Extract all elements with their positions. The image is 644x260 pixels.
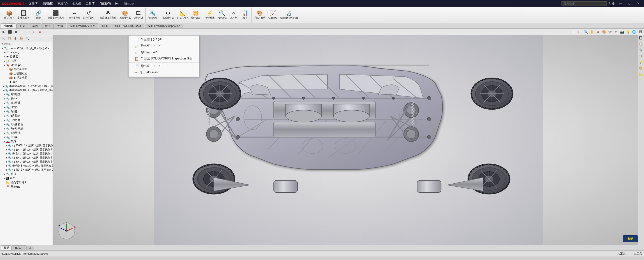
rsb-btn-7[interactable]: 📐: [638, 72, 643, 77]
tree-item-markups[interactable]: ▶ 🔖 Markups: [0, 63, 53, 67]
view-zoom-btn[interactable]: 🔍: [583, 29, 589, 35]
tree-item-right-plane[interactable]: 📦 右视基准面: [0, 76, 53, 80]
tree-item-shell[interactable]: ▶ 🔩 (f) 壳1<1> (默认) <<默认_显示状态 1>: [0, 164, 53, 168]
tree-item-frame[interactable]: ▶ 🔩 (f) 概金车架<1> ->? (默认) <<默认_显示状态 1: [0, 88, 53, 92]
clearance-btn[interactable]: 🔍 间隙验证: [216, 9, 228, 22]
tree-item-6[interactable]: ▶ 🔩 6后底盘: [0, 118, 53, 122]
camera-btn[interactable]: 📷: [619, 29, 625, 35]
rsb-btn-5[interactable]: 💡: [638, 59, 643, 64]
viewport[interactable]: X Y Z 🔲 📋 🔍 ⬡ 💡 🎨 📐 模吧: [53, 35, 644, 245]
linear-pattern-btn[interactable]: ⬛ 线性零部件阵列: [46, 9, 65, 22]
menu-export-excel[interactable]: 📊 导出至 Excel: [129, 49, 199, 55]
tab-layout[interactable]: 布局: [16, 23, 28, 28]
tree-item-7b[interactable]: ▶ 🔩 7传动系统: [0, 126, 53, 131]
tree-item-4[interactable]: ▶ 🔩 4前轮: [0, 109, 53, 114]
rsb-btn-6[interactable]: 🎨: [638, 66, 643, 71]
minimize-button[interactable]: —: [617, 1, 625, 6]
rsb-btn-4[interactable]: ⬡: [638, 53, 643, 58]
sec-btn-7[interactable]: ●: [37, 29, 43, 35]
tree-root[interactable]: ▼ 🔧 Rimac (默认) <默认_显示状态-1>: [0, 46, 53, 50]
rotate-comp-btn[interactable]: ↺ 旋转零部件: [82, 9, 96, 22]
tree-item-5[interactable]: ▶ 🔩 5齿轮箱: [0, 114, 53, 118]
bottom-tab-model[interactable]: 模型: [1, 245, 12, 250]
tree-filter[interactable]: 🔍: [25, 36, 30, 41]
tree-item-1[interactable]: ▶ 🔩 1前底盘: [0, 92, 53, 96]
sec-btn-4[interactable]: □: [19, 29, 25, 35]
tree-item-left1[interactable]: ▶ 🔩 (-) 左<1> (默认) <<默认_显示状态 1>: [0, 156, 53, 160]
menu-edit[interactable]: 编辑(E): [41, 1, 55, 6]
tab-sketch[interactable]: 草图: [29, 23, 41, 28]
new-assembly-btn[interactable]: 🔲 新建装配体: [16, 9, 31, 22]
customize-label[interactable]: 自定义: [634, 252, 642, 255]
hole-align-btn[interactable]: ○ 孔对齐: [228, 9, 239, 22]
asm-visual-btn[interactable]: 🎨 装配体直观: [253, 9, 267, 22]
view-previous-btn[interactable]: ⟵: [577, 29, 583, 35]
sec-btn-5[interactable]: ⬡: [25, 29, 31, 35]
search-input[interactable]: [561, 1, 607, 6]
tree-item-front-plane[interactable]: 📦 前视基准面: [0, 67, 53, 71]
mate-btn[interactable]: 🔗 配合: [33, 9, 44, 22]
menu-export-edrawing[interactable]: ✏ 导出 eDrawing: [129, 69, 199, 76]
menu-export-3dpdf3[interactable]: 📄 导出至 3D PDF: [129, 63, 199, 69]
stats-btn[interactable]: 📊 统计: [239, 9, 250, 22]
tree-item-2[interactable]: ▶ 🔩 2转向: [0, 96, 53, 101]
menu-window[interactable]: 窗口(W): [98, 1, 113, 6]
light-btn[interactable]: 💡: [625, 29, 631, 35]
tree-item-history[interactable]: ▶ 📋 History: [0, 50, 53, 54]
menu-export-3dpdf2[interactable]: 📊 导出至 3D PDF: [129, 43, 199, 49]
hide-lines-btn[interactable]: 👁: [607, 29, 613, 35]
tree-tab-feature[interactable]: 🔧: [1, 36, 6, 41]
menu-help[interactable]: ▶: [113, 1, 120, 6]
menu-tools[interactable]: 工具(T): [84, 1, 97, 6]
tab-markup[interactable]: 标注: [42, 23, 54, 28]
tree-item-mates[interactable]: ▶ 🔧 配合: [0, 172, 53, 176]
interference-check-btn[interactable]: ⚡ 干涉检查: [204, 9, 216, 22]
tree-item-7a[interactable]: ▶ 🔩 7后轮右台: [0, 122, 53, 126]
display-style-btn[interactable]: 🎨: [601, 29, 607, 35]
appearance-btn[interactable]: 🖼 编辑外观: [132, 9, 144, 22]
tree-item-mirror[interactable]: 📐 镜向零部件3: [0, 180, 53, 185]
tree-item-top-plane[interactable]: 📦 上视基准面: [0, 71, 53, 76]
perf-eval-btn[interactable]: 📈 性能评估: [267, 9, 279, 22]
tree-item-front-frame[interactable]: ▶ 🔩 (f) 概金车架前<1> ->? (默认) <<默认_显示状态 1: [0, 84, 53, 88]
view-pan-btn[interactable]: ✋: [589, 29, 595, 35]
insert-component-btn[interactable]: 📦 插入零部件: [2, 9, 16, 22]
hide-show-btn[interactable]: 👁 隐藏/显示零部件: [98, 9, 118, 22]
tree-tab-config[interactable]: ⚙: [13, 36, 18, 41]
simulation-btn[interactable]: 🔬 SimulationXpress: [279, 9, 300, 22]
scene-btn[interactable]: 🌐: [631, 29, 637, 35]
tree-item-sensors[interactable]: ▶ 👁 传感器: [0, 54, 53, 59]
tree-item-26650[interactable]: ▶ 🔩 (-) 26650<1> (默认) <默认_显示状态-1>: [0, 144, 53, 148]
sec-btn-6[interactable]: ⊕: [31, 29, 37, 35]
tree-item-body[interactable]: ▼ 🚗 车身: [0, 139, 53, 144]
help-icon[interactable]: ?: [608, 2, 610, 6]
sec-btn-3[interactable]: ◼: [13, 29, 19, 35]
tree-item-9[interactable]: ▶ 🔩 9后轮: [0, 135, 53, 139]
tab-sw-plugins[interactable]: SOLIDWORKS 插件: [67, 23, 98, 28]
tree-item-sketch[interactable]: ▶ 🖼 草图: [0, 176, 53, 180]
menu-file[interactable]: 文件(F): [27, 1, 41, 6]
render-btn[interactable]: 🖼: [637, 29, 643, 35]
tree-tab-property[interactable]: 📋: [7, 36, 12, 41]
close-button[interactable]: ✕: [634, 1, 642, 6]
tree-item-3b[interactable]: ▶ 🔩 3右轴: [0, 105, 53, 109]
tree-tab-display[interactable]: 🎨: [19, 36, 24, 41]
maximize-button[interactable]: □: [626, 1, 633, 6]
tree-item-3a[interactable]: ▶ 🔩 3前悬臂: [0, 101, 53, 105]
smart-fastener-btn[interactable]: 🔩 智能扣件: [147, 9, 159, 22]
view-orientation-btn[interactable]: ⊞: [571, 29, 577, 35]
tab-sw-inspection[interactable]: SOLIDWORKS Inspection: [145, 24, 183, 28]
menu-export-3dpdf[interactable]: 📄 导出至 3D PDF: [129, 37, 199, 43]
move-comp-btn[interactable]: ↔ 移动零部件: [67, 9, 82, 22]
tree-item-annotations[interactable]: ▶ 📝 注释: [0, 59, 53, 63]
tree-item-right2[interactable]: ▶ 🔩 (f) 右<1> (默认) <<默认_显示状态 1>: [0, 152, 53, 156]
sec-btn-2[interactable]: ⬛: [7, 29, 13, 35]
settings-icon[interactable]: ⚙: [612, 2, 615, 6]
tab-mbd[interactable]: MBD: [99, 24, 111, 28]
rsb-btn-2[interactable]: 📋: [638, 41, 643, 46]
asm-feature-btn[interactable]: ⚙ 装配体特征: [161, 9, 175, 22]
tab-assembly[interactable]: 装配体: [1, 23, 16, 28]
view-rotate-btn[interactable]: ↺: [595, 29, 601, 35]
tree-item-axis[interactable]: 📍 基准轴1: [0, 185, 53, 189]
tree-item-bone[interactable]: ▶ 🔩 (-) 骨1<1> (默认) <<默认_显示状态 1>: [0, 168, 53, 172]
